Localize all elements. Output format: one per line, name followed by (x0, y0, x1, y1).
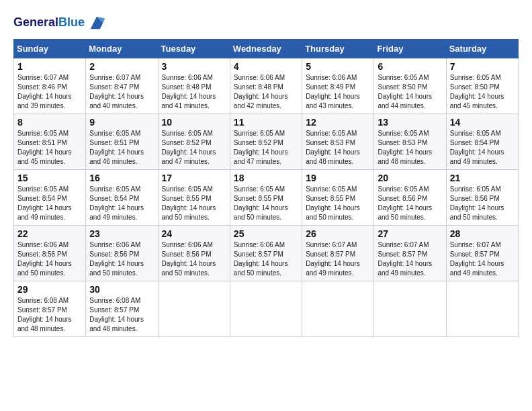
calendar-cell: 3Sunrise: 6:06 AM Sunset: 8:48 PM Daylig… (158, 58, 230, 114)
calendar-cell: 29Sunrise: 6:08 AM Sunset: 8:57 PM Dayli… (14, 281, 86, 337)
day-number: 11 (234, 117, 298, 128)
logo: GeneralBlue (13, 13, 106, 32)
day-header-friday: Friday (374, 40, 446, 58)
day-info: Sunrise: 6:05 AM Sunset: 8:51 PM Dayligh… (89, 129, 154, 167)
calendar-cell: 4Sunrise: 6:06 AM Sunset: 8:48 PM Daylig… (230, 58, 302, 114)
day-number: 9 (89, 117, 154, 128)
calendar-row-2: 8Sunrise: 6:05 AM Sunset: 8:51 PM Daylig… (14, 114, 519, 170)
calendar-cell: 19Sunrise: 6:05 AM Sunset: 8:55 PM Dayli… (302, 170, 374, 226)
calendar-cell: 24Sunrise: 6:06 AM Sunset: 8:56 PM Dayli… (158, 226, 230, 281)
day-number: 7 (450, 61, 515, 72)
day-number: 2 (89, 61, 154, 72)
calendar-table: SundayMondayTuesdayWednesdayThursdayFrid… (13, 39, 519, 337)
day-header-wednesday: Wednesday (230, 40, 302, 58)
day-number: 27 (378, 228, 442, 239)
day-number: 12 (306, 117, 370, 128)
day-info: Sunrise: 6:05 AM Sunset: 8:56 PM Dayligh… (450, 185, 515, 222)
calendar-cell: 23Sunrise: 6:06 AM Sunset: 8:56 PM Dayli… (86, 226, 158, 281)
day-number: 5 (306, 61, 370, 72)
calendar-row-3: 15Sunrise: 6:05 AM Sunset: 8:54 PM Dayli… (14, 170, 519, 226)
calendar-cell: 2Sunrise: 6:07 AM Sunset: 8:47 PM Daylig… (86, 58, 158, 114)
calendar-cell: 25Sunrise: 6:06 AM Sunset: 8:57 PM Dayli… (230, 226, 302, 281)
calendar-cell: 9Sunrise: 6:05 AM Sunset: 8:51 PM Daylig… (86, 114, 158, 170)
day-number: 21 (450, 173, 515, 183)
day-number: 17 (162, 173, 226, 183)
calendar-cell: 18Sunrise: 6:05 AM Sunset: 8:55 PM Dayli… (230, 170, 302, 226)
day-header-tuesday: Tuesday (158, 40, 230, 58)
calendar-cell: 11Sunrise: 6:05 AM Sunset: 8:52 PM Dayli… (230, 114, 302, 170)
calendar-cell (446, 281, 518, 337)
day-info: Sunrise: 6:05 AM Sunset: 8:54 PM Dayligh… (89, 185, 154, 222)
calendar-cell: 26Sunrise: 6:07 AM Sunset: 8:57 PM Dayli… (302, 226, 374, 281)
day-number: 10 (162, 117, 226, 128)
day-info: Sunrise: 6:06 AM Sunset: 8:48 PM Dayligh… (234, 73, 298, 111)
calendar-row-5: 29Sunrise: 6:08 AM Sunset: 8:57 PM Dayli… (14, 281, 519, 337)
day-number: 3 (162, 61, 226, 72)
day-number: 24 (162, 228, 226, 239)
day-number: 22 (17, 228, 82, 239)
calendar-cell: 12Sunrise: 6:05 AM Sunset: 8:53 PM Dayli… (302, 114, 374, 170)
calendar-row-4: 22Sunrise: 6:06 AM Sunset: 8:56 PM Dayli… (14, 226, 519, 281)
day-header-thursday: Thursday (302, 40, 374, 58)
day-number: 14 (450, 117, 515, 128)
day-number: 18 (234, 173, 298, 183)
logo-icon (87, 13, 106, 32)
calendar-cell: 7Sunrise: 6:05 AM Sunset: 8:50 PM Daylig… (446, 58, 518, 114)
day-number: 1 (17, 61, 82, 72)
day-header-saturday: Saturday (446, 40, 518, 58)
day-number: 23 (89, 228, 154, 239)
calendar-cell: 27Sunrise: 6:07 AM Sunset: 8:57 PM Dayli… (374, 226, 446, 281)
day-info: Sunrise: 6:06 AM Sunset: 8:57 PM Dayligh… (234, 240, 298, 278)
calendar-cell: 15Sunrise: 6:05 AM Sunset: 8:54 PM Dayli… (14, 170, 86, 226)
calendar-cell: 28Sunrise: 6:07 AM Sunset: 8:57 PM Dayli… (446, 226, 518, 281)
day-info: Sunrise: 6:05 AM Sunset: 8:51 PM Dayligh… (17, 129, 82, 167)
day-header-sunday: Sunday (14, 40, 86, 58)
calendar-row-1: 1Sunrise: 6:07 AM Sunset: 8:46 PM Daylig… (14, 58, 519, 114)
day-info: Sunrise: 6:08 AM Sunset: 8:57 PM Dayligh… (17, 296, 82, 334)
day-number: 25 (234, 228, 298, 239)
day-number: 16 (89, 173, 154, 183)
calendar-cell: 1Sunrise: 6:07 AM Sunset: 8:46 PM Daylig… (14, 58, 86, 114)
day-info: Sunrise: 6:05 AM Sunset: 8:56 PM Dayligh… (378, 185, 442, 222)
day-number: 29 (17, 284, 82, 295)
calendar-cell: 22Sunrise: 6:06 AM Sunset: 8:56 PM Dayli… (14, 226, 86, 281)
day-info: Sunrise: 6:05 AM Sunset: 8:52 PM Dayligh… (162, 129, 226, 167)
day-info: Sunrise: 6:05 AM Sunset: 8:55 PM Dayligh… (306, 185, 370, 222)
calendar-header-row: SundayMondayTuesdayWednesdayThursdayFrid… (14, 40, 519, 58)
day-info: Sunrise: 6:08 AM Sunset: 8:57 PM Dayligh… (89, 296, 154, 334)
day-info: Sunrise: 6:07 AM Sunset: 8:46 PM Dayligh… (17, 73, 82, 111)
calendar-cell: 16Sunrise: 6:05 AM Sunset: 8:54 PM Dayli… (86, 170, 158, 226)
calendar-cell: 30Sunrise: 6:08 AM Sunset: 8:57 PM Dayli… (86, 281, 158, 337)
calendar-cell (374, 281, 446, 337)
day-info: Sunrise: 6:07 AM Sunset: 8:57 PM Dayligh… (450, 240, 515, 278)
day-number: 13 (378, 117, 442, 128)
day-info: Sunrise: 6:06 AM Sunset: 8:56 PM Dayligh… (89, 240, 154, 278)
day-info: Sunrise: 6:06 AM Sunset: 8:48 PM Dayligh… (162, 73, 226, 111)
day-info: Sunrise: 6:06 AM Sunset: 8:56 PM Dayligh… (17, 240, 82, 278)
day-info: Sunrise: 6:06 AM Sunset: 8:56 PM Dayligh… (162, 240, 226, 278)
logo-text: GeneralBlue (13, 15, 85, 30)
calendar-cell (230, 281, 302, 337)
day-info: Sunrise: 6:06 AM Sunset: 8:49 PM Dayligh… (306, 73, 370, 111)
calendar-cell: 13Sunrise: 6:05 AM Sunset: 8:53 PM Dayli… (374, 114, 446, 170)
day-info: Sunrise: 6:05 AM Sunset: 8:53 PM Dayligh… (378, 129, 442, 167)
day-info: Sunrise: 6:05 AM Sunset: 8:52 PM Dayligh… (234, 129, 298, 167)
day-info: Sunrise: 6:05 AM Sunset: 8:54 PM Dayligh… (450, 129, 515, 167)
day-number: 30 (89, 284, 154, 295)
day-info: Sunrise: 6:07 AM Sunset: 8:57 PM Dayligh… (378, 240, 442, 278)
calendar-cell: 17Sunrise: 6:05 AM Sunset: 8:55 PM Dayli… (158, 170, 230, 226)
day-info: Sunrise: 6:05 AM Sunset: 8:53 PM Dayligh… (306, 129, 370, 167)
calendar-cell (158, 281, 230, 337)
day-info: Sunrise: 6:05 AM Sunset: 8:50 PM Dayligh… (450, 73, 515, 111)
page-header: GeneralBlue (13, 13, 519, 32)
calendar-cell: 21Sunrise: 6:05 AM Sunset: 8:56 PM Dayli… (446, 170, 518, 226)
day-info: Sunrise: 6:05 AM Sunset: 8:55 PM Dayligh… (162, 185, 226, 222)
day-info: Sunrise: 6:05 AM Sunset: 8:50 PM Dayligh… (378, 73, 442, 111)
calendar-cell: 6Sunrise: 6:05 AM Sunset: 8:50 PM Daylig… (374, 58, 446, 114)
day-number: 8 (17, 117, 82, 128)
calendar-cell: 10Sunrise: 6:05 AM Sunset: 8:52 PM Dayli… (158, 114, 230, 170)
day-number: 28 (450, 228, 515, 239)
day-info: Sunrise: 6:05 AM Sunset: 8:55 PM Dayligh… (234, 185, 298, 222)
day-header-monday: Monday (86, 40, 158, 58)
calendar-cell: 5Sunrise: 6:06 AM Sunset: 8:49 PM Daylig… (302, 58, 374, 114)
